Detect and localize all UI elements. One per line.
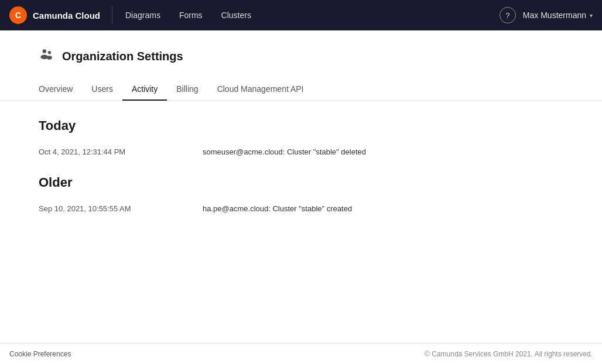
activity-content: Today Oct 4, 2021, 12:31:44 PM someuser@… (0, 101, 602, 343)
org-settings-icon (39, 47, 54, 66)
brand[interactable]: C Camunda Cloud (9, 6, 112, 24)
tab-users[interactable]: Users (82, 78, 122, 101)
activity-description: someuser@acme.cloud: Cluster "stable" de… (203, 147, 366, 156)
user-menu[interactable]: Max Mustermann ▾ (523, 11, 593, 20)
svg-point-1 (48, 51, 51, 54)
activity-time: Oct 4, 2021, 12:31:44 PM (39, 147, 156, 156)
tab-activity[interactable]: Activity (122, 78, 167, 101)
cookie-preferences-link[interactable]: Cookie Preferences (9, 350, 71, 358)
nav-right: ? Max Mustermann ▾ (500, 7, 593, 23)
today-section: Today Oct 4, 2021, 12:31:44 PM someuser@… (39, 118, 563, 156)
footer: Cookie Preferences © Camunda Services Gm… (0, 343, 602, 364)
chevron-down-icon: ▾ (590, 12, 593, 19)
activity-description: ha.pe@acme.cloud: Cluster "stable" creat… (203, 204, 352, 213)
tab-overview[interactable]: Overview (39, 78, 82, 101)
nav-forms[interactable]: Forms (171, 6, 211, 25)
navbar: C Camunda Cloud Diagrams Forms Clusters … (0, 0, 602, 30)
older-section: Older Sep 10, 2021, 10:55:55 AM ha.pe@ac… (39, 175, 563, 213)
svg-point-2 (40, 55, 48, 60)
svg-point-3 (47, 56, 52, 60)
tab-cloud-management-api[interactable]: Cloud Management API (208, 78, 313, 101)
older-heading: Older (39, 175, 563, 190)
brand-logo: C (9, 6, 27, 24)
nav-diagrams[interactable]: Diagrams (117, 6, 169, 25)
today-heading: Today (39, 118, 563, 133)
page-title: Organization Settings (62, 50, 183, 63)
activity-item: Sep 10, 2021, 10:55:55 AM ha.pe@acme.clo… (39, 204, 563, 213)
tabs-bar: Overview Users Activity Billing Cloud Ma… (0, 78, 602, 101)
tab-billing[interactable]: Billing (167, 78, 207, 101)
help-button[interactable]: ? (500, 7, 516, 23)
page-title-row: Organization Settings (39, 47, 563, 66)
page-header: Organization Settings (0, 30, 602, 66)
brand-name: Camunda Cloud (33, 11, 100, 20)
copyright-text: © Camunda Services GmbH 2021. All rights… (425, 350, 593, 358)
svg-point-0 (43, 49, 47, 53)
nav-clusters[interactable]: Clusters (213, 6, 259, 25)
main-content: Organization Settings Overview Users Act… (0, 30, 602, 364)
activity-item: Oct 4, 2021, 12:31:44 PM someuser@acme.c… (39, 147, 563, 156)
activity-time: Sep 10, 2021, 10:55:55 AM (39, 204, 156, 213)
nav-links: Diagrams Forms Clusters (117, 6, 500, 25)
user-name: Max Mustermann (523, 11, 586, 20)
